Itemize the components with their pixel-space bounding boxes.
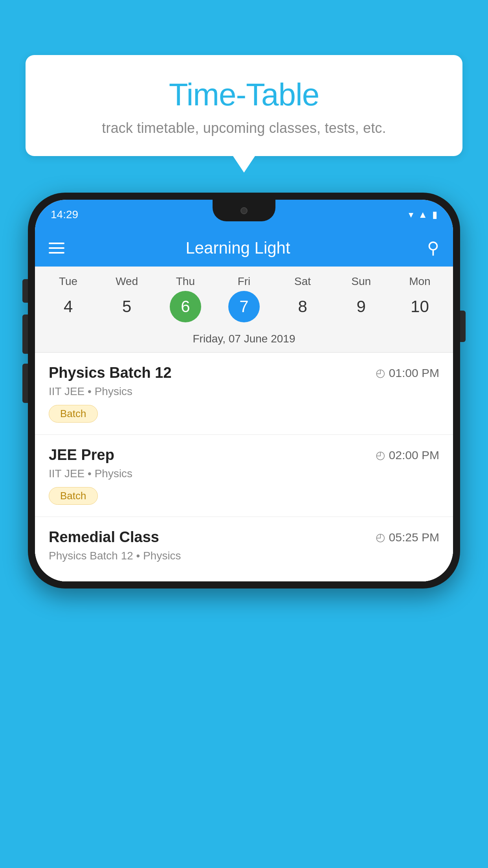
day-label-mon: Mon (391, 275, 449, 288)
schedule-item-1-subtitle: IIT JEE • Physics (49, 385, 439, 398)
notch (213, 200, 275, 221)
day-4[interactable]: 4 (39, 291, 97, 322)
schedule-item-3-header: Remedial Class ◴ 05:25 PM (49, 529, 439, 546)
status-icons: ▾ ▲ ▮ (409, 209, 437, 220)
day-5[interactable]: 5 (97, 291, 156, 322)
status-time: 14:29 (51, 208, 78, 221)
calendar-section: Tue Wed Thu Fri Sat Sun Mon 4 5 6 7 8 9 … (35, 267, 453, 353)
bubble-title: Time-Table (49, 77, 439, 113)
clock-icon-3: ◴ (376, 531, 385, 544)
schedule-item-1[interactable]: Physics Batch 12 ◴ 01:00 PM IIT JEE • Ph… (35, 353, 453, 435)
volume-silent-button (22, 279, 28, 303)
signal-icon: ▲ (418, 209, 427, 220)
day-label-sun: Sun (332, 275, 391, 288)
volume-up-button (22, 314, 28, 354)
day-label-wed: Wed (97, 275, 156, 288)
time-value-1: 01:00 PM (389, 366, 439, 380)
day-label-sat: Sat (273, 275, 332, 288)
batch-badge-2: Batch (49, 487, 98, 505)
app-title: Learning Light (49, 239, 427, 257)
phone-outer: 14:29 ▾ ▲ ▮ Learning Light ⚲ (28, 193, 460, 588)
schedule-item-2-title: JEE Prep (49, 447, 114, 463)
schedule-list: Physics Batch 12 ◴ 01:00 PM IIT JEE • Ph… (35, 353, 453, 581)
time-value-2: 02:00 PM (389, 449, 439, 462)
day-label-fri: Fri (215, 275, 273, 288)
app-header: Learning Light ⚲ (35, 229, 453, 267)
clock-icon-2: ◴ (376, 449, 385, 462)
speech-bubble: Time-Table track timetable, upcoming cla… (26, 55, 462, 156)
schedule-item-3-subtitle: Physics Batch 12 • Physics (49, 550, 439, 562)
schedule-item-1-time: ◴ 01:00 PM (376, 366, 439, 380)
schedule-item-2-time: ◴ 02:00 PM (376, 449, 439, 462)
schedule-item-1-title: Physics Batch 12 (49, 364, 172, 381)
schedule-item-1-header: Physics Batch 12 ◴ 01:00 PM (49, 364, 439, 381)
bubble-subtitle: track timetable, upcoming classes, tests… (49, 120, 439, 136)
schedule-item-2-header: JEE Prep ◴ 02:00 PM (49, 447, 439, 463)
day-7-selected[interactable]: 7 (228, 291, 260, 322)
day-label-tue: Tue (39, 275, 97, 288)
day-8[interactable]: 8 (273, 291, 332, 322)
phone-screen: 14:29 ▾ ▲ ▮ Learning Light ⚲ (35, 200, 453, 581)
day-numbers: 4 5 6 7 8 9 10 (35, 288, 453, 329)
schedule-item-3[interactable]: Remedial Class ◴ 05:25 PM Physics Batch … (35, 517, 453, 581)
battery-icon: ▮ (432, 209, 437, 220)
selected-date-label: Friday, 07 June 2019 (35, 329, 453, 353)
speech-bubble-container: Time-Table track timetable, upcoming cla… (26, 55, 462, 156)
schedule-item-2-subtitle: IIT JEE • Physics (49, 467, 439, 480)
clock-icon-1: ◴ (376, 366, 385, 379)
schedule-item-3-title: Remedial Class (49, 529, 159, 546)
day-label-thu: Thu (156, 275, 215, 288)
power-button (460, 311, 466, 342)
day-6-today[interactable]: 6 (170, 291, 201, 322)
day-9[interactable]: 9 (332, 291, 391, 322)
day-labels: Tue Wed Thu Fri Sat Sun Mon (35, 267, 453, 288)
schedule-item-2[interactable]: JEE Prep ◴ 02:00 PM IIT JEE • Physics Ba… (35, 435, 453, 517)
wifi-icon: ▾ (409, 209, 413, 220)
status-bar: 14:29 ▾ ▲ ▮ (35, 200, 453, 229)
time-value-3: 05:25 PM (389, 531, 439, 544)
day-10[interactable]: 10 (391, 291, 449, 322)
schedule-item-3-time: ◴ 05:25 PM (376, 531, 439, 544)
volume-down-button (22, 364, 28, 403)
search-button[interactable]: ⚲ (427, 238, 439, 257)
batch-badge-1: Batch (49, 405, 98, 423)
camera (240, 207, 248, 214)
phone-mockup: 14:29 ▾ ▲ ▮ Learning Light ⚲ (28, 193, 460, 588)
